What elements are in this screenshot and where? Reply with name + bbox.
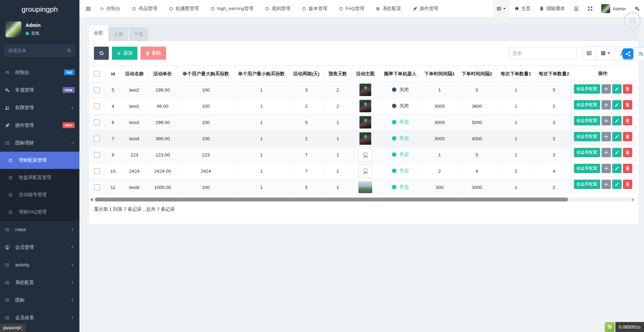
sidebar-subitem-1[interactable]: 收益率配置管理 bbox=[0, 169, 79, 186]
edit-button[interactable] bbox=[612, 164, 622, 173]
rate-config-button[interactable]: 收益率配置 bbox=[574, 164, 600, 173]
move-button[interactable] bbox=[602, 148, 611, 157]
topnav-item-5[interactable]: 版本管理 bbox=[302, 6, 327, 12]
sidebar-toggle-button[interactable] bbox=[79, 6, 97, 11]
detail-view-button[interactable] bbox=[582, 46, 596, 60]
row-checkbox[interactable] bbox=[94, 152, 100, 158]
column-header-3[interactable]: 单个用户最大购买份数 bbox=[178, 66, 234, 82]
activity-thumbnail[interactable] bbox=[359, 100, 371, 112]
sidebar-item-6[interactable]: 会员管理 bbox=[0, 238, 79, 256]
topnav-item-3[interactable]: high_earning管理 bbox=[210, 6, 253, 12]
delete-row-button[interactable] bbox=[623, 164, 632, 173]
avatar[interactable] bbox=[6, 21, 21, 37]
refresh-button[interactable] bbox=[94, 47, 109, 60]
delete-row-button[interactable] bbox=[623, 132, 632, 141]
move-button[interactable] bbox=[602, 116, 611, 125]
column-header-11[interactable]: 每次下单数量1 bbox=[496, 66, 536, 82]
column-header-7[interactable]: 活动主图 bbox=[352, 66, 379, 82]
column-header-0[interactable]: id bbox=[105, 66, 121, 82]
delete-button[interactable]: 删除 bbox=[141, 47, 166, 60]
rate-config-button[interactable]: 收益率配置 bbox=[574, 100, 600, 110]
sidebar-item-1[interactable]: 常规管理 new bbox=[0, 81, 79, 99]
scroll-left-arrow-icon[interactable] bbox=[90, 198, 93, 201]
rate-config-button[interactable]: 收益率配置 bbox=[574, 180, 600, 189]
sidebar-item-5[interactable]: robot bbox=[0, 221, 79, 238]
activity-thumbnail[interactable] bbox=[358, 164, 372, 178]
rate-config-button[interactable]: 收益率配置 bbox=[574, 132, 600, 141]
edit-button[interactable] bbox=[612, 180, 622, 189]
rate-config-button[interactable]: 收益率配置 bbox=[574, 148, 600, 157]
move-button[interactable] bbox=[602, 100, 611, 110]
sidebar-subitem-2[interactable]: 活动期号管理 bbox=[0, 186, 79, 203]
sidebar-item-8[interactable]: 系统配置 bbox=[0, 274, 79, 291]
rate-config-button[interactable]: 收益率配置 bbox=[574, 84, 600, 94]
clear-cache-button[interactable]: 清除缓存 bbox=[535, 6, 569, 12]
topnav-item-4[interactable]: 规则管理 bbox=[265, 6, 290, 12]
add-button[interactable]: 添加 bbox=[112, 47, 137, 60]
table-search-input[interactable] bbox=[509, 47, 577, 59]
activity-thumbnail[interactable] bbox=[358, 181, 372, 193]
edit-button[interactable] bbox=[612, 132, 622, 141]
move-button[interactable] bbox=[602, 164, 611, 173]
column-header-5[interactable]: 活动周期(天) bbox=[289, 66, 324, 82]
topnav-item-6[interactable]: FAQ管理 bbox=[339, 6, 364, 12]
user-panel[interactable]: Admin 在线 bbox=[0, 19, 79, 43]
delete-row-button[interactable] bbox=[623, 148, 632, 157]
row-checkbox[interactable] bbox=[94, 120, 100, 125]
tab-2[interactable]: 下架 bbox=[129, 27, 148, 41]
share-floating-button[interactable] bbox=[623, 48, 633, 59]
move-button[interactable] bbox=[602, 180, 611, 189]
scroll-right-arrow-icon[interactable] bbox=[632, 198, 634, 201]
horizontal-scrollbar[interactable] bbox=[89, 197, 635, 202]
topnav-item-7[interactable]: 系统配置 bbox=[376, 6, 401, 12]
column-header-6[interactable]: 预售天数 bbox=[324, 66, 352, 82]
edit-button[interactable] bbox=[612, 148, 622, 157]
scrollbar-thumb[interactable] bbox=[95, 198, 568, 201]
sidebar-subitem-3[interactable]: 理财FAQ管理 bbox=[0, 203, 79, 221]
row-checkbox[interactable] bbox=[94, 168, 100, 174]
tab-0[interactable]: 全部 bbox=[89, 25, 108, 41]
topnav-item-2[interactable]: 轮播图管理 bbox=[169, 6, 199, 12]
sidebar-item-3[interactable]: 插件管理 new bbox=[0, 116, 79, 134]
topnav-item-0[interactable]: 控制台 bbox=[99, 6, 121, 12]
move-button[interactable] bbox=[602, 132, 611, 141]
columns-toggle-button[interactable] bbox=[596, 46, 615, 60]
column-header-9[interactable]: 下单时间间隔1 bbox=[422, 66, 458, 82]
sidebar-item-4[interactable]: 团购理财 bbox=[0, 134, 79, 152]
drag-tab[interactable]: 拖 bbox=[633, 47, 644, 60]
edit-button[interactable] bbox=[612, 116, 622, 125]
fullscreen-button[interactable] bbox=[583, 6, 597, 11]
activity-thumbnail[interactable] bbox=[359, 116, 371, 129]
sidebar-item-0[interactable]: 控制台 hot bbox=[0, 64, 79, 81]
activity-thumbnail[interactable] bbox=[358, 148, 372, 162]
column-header-4[interactable]: 单个用户最小购买份数 bbox=[234, 66, 289, 82]
topnav-item-1[interactable]: 商品管理 bbox=[132, 6, 157, 12]
tab-1[interactable]: 上架 bbox=[109, 27, 128, 41]
home-link[interactable]: 主页 bbox=[510, 6, 535, 12]
docs-button[interactable] bbox=[569, 6, 583, 11]
delete-row-button[interactable] bbox=[623, 116, 632, 125]
menu-search-input[interactable] bbox=[4, 44, 75, 57]
select-all-checkbox[interactable] bbox=[94, 71, 100, 77]
sidebar-item-9[interactable]: 团购 bbox=[0, 291, 79, 309]
exec-time-badge[interactable]: 0.085051s bbox=[605, 322, 644, 332]
row-checkbox[interactable] bbox=[94, 136, 100, 142]
user-menu[interactable]: Admin bbox=[597, 4, 630, 13]
edit-button[interactable] bbox=[612, 84, 622, 94]
sidebar-item-7[interactable]: activity bbox=[0, 256, 79, 274]
rate-config-button[interactable]: 收益率配置 bbox=[574, 116, 600, 125]
settings-gears-button[interactable] bbox=[630, 6, 644, 11]
column-header-1[interactable]: 活动名称 bbox=[121, 66, 147, 82]
edit-button[interactable] bbox=[612, 100, 622, 110]
column-header-10[interactable]: 下单时间间隔2 bbox=[458, 66, 496, 82]
tabs-menu-dropdown[interactable] bbox=[493, 0, 510, 17]
row-checkbox[interactable] bbox=[94, 184, 100, 190]
sidebar-subitem-0[interactable]: 理财配置管理 bbox=[0, 152, 79, 169]
sidebar-item-2[interactable]: 权限管理 bbox=[0, 99, 79, 116]
delete-row-button[interactable] bbox=[623, 84, 632, 94]
activity-thumbnail[interactable] bbox=[359, 132, 371, 145]
topnav-item-8[interactable]: 插件管理 bbox=[413, 6, 438, 12]
row-checkbox[interactable] bbox=[94, 103, 100, 109]
delete-row-button[interactable] bbox=[623, 180, 632, 189]
delete-row-button[interactable] bbox=[623, 100, 632, 110]
